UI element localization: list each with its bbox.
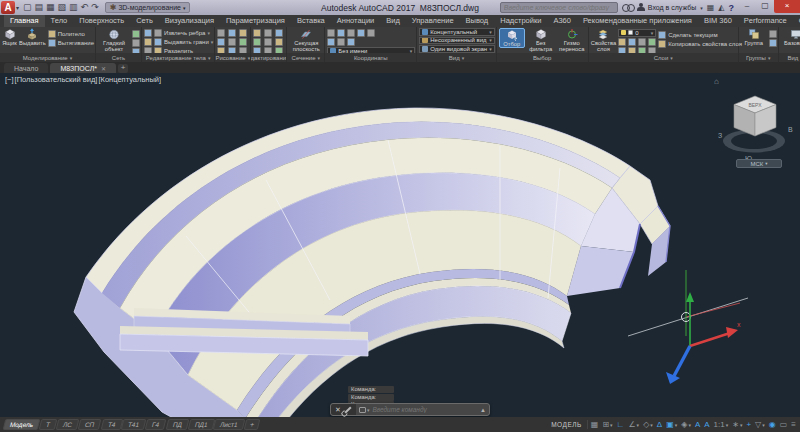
layer-tool-icon[interactable] <box>648 38 656 46</box>
drawing-canvas[interactable]: [−] [Пользовательский вид] [Концептуальн… <box>0 73 800 417</box>
layer-properties-button[interactable]: Свойства слоя <box>591 28 616 52</box>
draw-tool-icon[interactable] <box>217 29 225 37</box>
base-view-button[interactable]: Базовый <box>781 28 800 46</box>
search-binoculars-icon[interactable] <box>622 4 633 11</box>
ucs-tool-icon[interactable] <box>367 29 375 37</box>
group-tool-icon[interactable] <box>769 39 777 47</box>
draw-tool-icon[interactable] <box>228 38 236 46</box>
ribbon-tab[interactable]: Вставка <box>291 14 331 27</box>
layer-combo[interactable]: 0 ▾ <box>618 29 656 37</box>
ucs-tool-icon[interactable] <box>337 38 345 46</box>
extract-edges-button[interactable]: Извлечь ребра▾ <box>154 29 213 37</box>
panel-label-view[interactable]: Вид <box>417 53 495 62</box>
isodraft-icon[interactable]: ◇ <box>643 420 653 430</box>
selection-filter-icon[interactable]: ▽ <box>755 420 765 430</box>
redo-icon[interactable]: ↷ <box>91 3 99 12</box>
smooth-object-button[interactable]: Гладкий объект <box>98 28 130 52</box>
layout-tab[interactable]: Т4 <box>100 419 122 430</box>
named-view-combo[interactable]: Несохраненный вид ▾ <box>419 37 494 45</box>
ribbon-tab[interactable]: Параметризация <box>220 14 291 27</box>
connect-icon[interactable]: ◭ <box>718 3 724 12</box>
search-input[interactable] <box>500 2 618 13</box>
ribbon-tab[interactable]: Главная <box>4 14 45 27</box>
wrench-icon[interactable] <box>344 406 351 413</box>
close-button[interactable]: × <box>774 0 800 13</box>
panel-label-mesh[interactable]: Сеть <box>96 53 141 62</box>
ucs-tool-icon[interactable] <box>337 29 345 37</box>
ribbon-tab[interactable]: Вид <box>380 14 406 27</box>
mesh-tool-icon[interactable] <box>132 30 140 38</box>
help-icon[interactable]: ? <box>729 3 735 13</box>
layout-tab[interactable]: Г4 <box>145 419 167 430</box>
extrude-button[interactable]: Выдавить <box>19 28 46 46</box>
layout-tab[interactable]: СП <box>78 419 102 430</box>
box-button[interactable]: Ящик <box>2 28 17 46</box>
annotation-visibility-icon[interactable]: A <box>695 420 700 430</box>
group-button[interactable]: Группа <box>741 28 767 46</box>
ribbon-tab[interactable]: A360 <box>547 14 577 27</box>
workspace-switcher[interactable]: ✱ 3D-моделирование ▾ <box>105 2 191 13</box>
ribbon-tab[interactable]: Сеть <box>130 14 159 27</box>
exchange-apps-icon[interactable]: ▦ <box>707 3 715 12</box>
app-logo[interactable]: A <box>1 1 15 14</box>
modify-tool-icon[interactable] <box>264 29 272 37</box>
ucs-tool-icon[interactable] <box>347 29 355 37</box>
draw-tool-icon[interactable] <box>217 38 225 46</box>
match-layer-button[interactable]: Копировать свойства слоя <box>658 40 742 48</box>
panel-label-layers[interactable]: Слои <box>589 53 738 62</box>
clean-screen-icon[interactable]: ▭ <box>780 420 788 430</box>
3d-osnap-icon[interactable]: ◈ <box>681 420 691 430</box>
undo-icon[interactable]: ↶ <box>81 3 89 12</box>
ucs-tool-icon[interactable] <box>347 38 355 46</box>
culling-button[interactable]: Отбор <box>499 28 525 48</box>
app-menu-arrow-icon[interactable]: ▾ <box>16 4 19 11</box>
command-input[interactable] <box>369 406 480 413</box>
annotation-autoscale-icon[interactable]: A <box>704 420 709 430</box>
polar-tracking-icon[interactable]: ∠ <box>628 420 639 430</box>
modify-tool-icon[interactable] <box>275 38 283 46</box>
maximize-button[interactable]: ▢ <box>756 0 774 13</box>
snap-icon[interactable]: ⊞ <box>602 420 612 430</box>
file-tab-start[interactable]: Начало <box>4 63 48 73</box>
viewport-view-control[interactable]: [Пользовательский вид] <box>15 75 98 84</box>
modify-tool-icon[interactable] <box>253 38 261 46</box>
gizmo-button[interactable]: Гизмо переноса <box>557 28 587 52</box>
quick-properties-icon[interactable]: + <box>746 420 751 430</box>
viewport-style-control[interactable]: [Концептуальный] <box>98 75 161 84</box>
ucs-tool-icon[interactable] <box>327 29 335 37</box>
close-icon[interactable]: ✕ <box>335 406 341 414</box>
annotation-scale-icon[interactable]: 1:1 <box>714 420 729 430</box>
solid-tool-icon[interactable] <box>144 29 152 37</box>
model-space-label[interactable]: МОДЕЛЬ <box>551 421 582 428</box>
modify-tool-icon[interactable] <box>253 29 261 37</box>
minimize-button[interactable]: – <box>738 0 756 13</box>
mesh-tool-icon[interactable] <box>132 39 140 47</box>
panel-label-modeling[interactable]: Моделирование <box>0 53 95 62</box>
new-file-icon[interactable]: ▢ <box>23 3 32 12</box>
file-tab-document[interactable]: М8ЗПОСЛ*✕ <box>50 63 116 73</box>
new-tab-button[interactable]: + <box>118 64 128 73</box>
osnap-icon[interactable]: ▣ <box>666 420 677 430</box>
ribbon-tab[interactable]: Performance <box>738 14 793 27</box>
make-current-button[interactable]: Сделать текущим <box>658 31 742 39</box>
ribbon-tab[interactable]: Надстройки <box>494 14 547 27</box>
layout-tab[interactable]: Лист1 <box>213 419 245 430</box>
close-icon[interactable]: ✕ <box>101 65 106 72</box>
save-icon[interactable]: ▦ <box>46 3 55 12</box>
workspace-gear-icon[interactable]: ∗ <box>732 420 742 430</box>
save-as-icon[interactable]: ▧ <box>58 3 67 12</box>
otrack-icon[interactable]: Δ <box>657 420 662 430</box>
ribbon-tab[interactable]: Визуализация <box>159 14 220 27</box>
ribbon-tab[interactable]: Тело <box>45 14 74 27</box>
grid-icon[interactable]: ▦ <box>591 420 599 430</box>
panel-label-selection[interactable]: Выбор <box>497 53 588 62</box>
modify-tool-icon[interactable] <box>264 38 272 46</box>
draw-tool-icon[interactable] <box>239 29 247 37</box>
solid-tool-icon[interactable] <box>144 38 152 46</box>
panel-label-groups[interactable]: Группы <box>739 53 778 62</box>
group-tool-icon[interactable] <box>769 30 777 38</box>
chevron-down-icon[interactable]: ▾ <box>700 5 703 11</box>
extrude-faces-button[interactable]: Выдавить грани▾ <box>154 38 213 46</box>
ribbon-tab[interactable]: Рекомендованные приложения <box>577 14 698 27</box>
open-file-icon[interactable]: ▤ <box>35 3 44 12</box>
